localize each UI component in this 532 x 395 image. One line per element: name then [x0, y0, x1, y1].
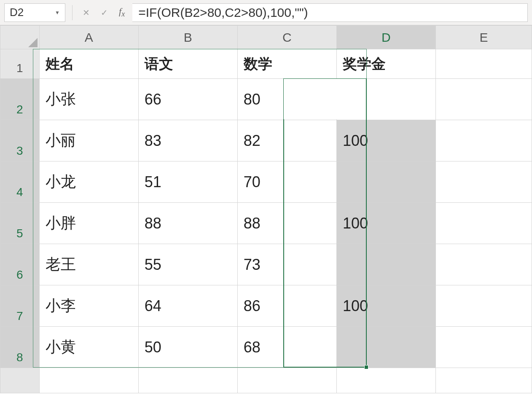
fill-handle[interactable]: [364, 365, 368, 369]
cell-B4[interactable]: 51: [138, 161, 237, 203]
cell-A8[interactable]: 小黄: [39, 327, 138, 368]
row-header-3[interactable]: 3: [0, 120, 40, 161]
row-header-8[interactable]: 8: [0, 327, 40, 368]
cell-A7[interactable]: 小李: [39, 285, 138, 327]
cell-A4[interactable]: 小龙: [39, 161, 138, 203]
name-box-value: D2: [10, 6, 24, 19]
cell-B7[interactable]: 64: [138, 285, 237, 327]
row-header-6[interactable]: 6: [0, 244, 40, 285]
row-header-9[interactable]: [0, 368, 40, 393]
col-header-C[interactable]: C: [237, 26, 336, 49]
enter-icon[interactable]: ✓: [97, 6, 111, 19]
cell-D1[interactable]: 奖学金: [336, 49, 435, 79]
cell-E1[interactable]: [435, 49, 532, 79]
divider: [72, 5, 73, 20]
select-all-corner[interactable]: [0, 26, 40, 49]
col-header-D[interactable]: D: [336, 26, 435, 49]
spreadsheet-grid[interactable]: A B C D E 1 姓名 语文 数学 奖学金 2 小张 66 80 3 小丽…: [0, 25, 532, 393]
formula-text: =IF(OR(B2>80,C2>80),100,""): [138, 5, 308, 20]
cell-B8[interactable]: 50: [138, 327, 237, 368]
cell-D6[interactable]: [336, 244, 435, 285]
cell-D7[interactable]: 100: [336, 285, 435, 327]
cell-E4[interactable]: [435, 161, 532, 203]
cell-D3[interactable]: 100: [336, 120, 435, 161]
col-header-E[interactable]: E: [435, 26, 532, 49]
row-header-1[interactable]: 1: [0, 49, 40, 79]
cell-A9[interactable]: [39, 368, 138, 393]
row-header-4[interactable]: 4: [0, 161, 40, 203]
cell-C4[interactable]: 70: [237, 161, 336, 203]
cell-E6[interactable]: [435, 244, 532, 285]
row-header-5[interactable]: 5: [0, 203, 40, 244]
col-header-A[interactable]: A: [39, 26, 138, 49]
cell-C2[interactable]: 80: [237, 79, 336, 120]
cell-A2[interactable]: 小张: [39, 79, 138, 120]
cell-A3[interactable]: 小丽: [39, 120, 138, 161]
cell-D2[interactable]: [336, 79, 435, 120]
name-box-dropdown-icon[interactable]: ▼: [55, 10, 60, 16]
cell-A5[interactable]: 小胖: [39, 203, 138, 244]
cell-B2[interactable]: 66: [138, 79, 237, 120]
cell-A1[interactable]: 姓名: [39, 49, 138, 79]
cell-B6[interactable]: 55: [138, 244, 237, 285]
cell-E3[interactable]: [435, 120, 532, 161]
formula-input[interactable]: =IF(OR(B2>80,C2>80),100,""): [132, 3, 528, 22]
cancel-icon[interactable]: ✕: [79, 6, 93, 19]
cell-C1[interactable]: 数学: [237, 49, 336, 79]
cell-C9[interactable]: [237, 368, 336, 393]
cell-B9[interactable]: [138, 368, 237, 393]
cell-C8[interactable]: 68: [237, 327, 336, 368]
cell-B3[interactable]: 83: [138, 120, 237, 161]
formula-bar: D2 ▼ ✕ ✓ fx =IF(OR(B2>80,C2>80),100,""): [0, 0, 532, 25]
name-box[interactable]: D2 ▼: [4, 3, 65, 22]
row-header-7[interactable]: 7: [0, 285, 40, 327]
cell-D5[interactable]: 100: [336, 203, 435, 244]
cell-D9[interactable]: [336, 368, 435, 393]
cell-E9[interactable]: [435, 368, 532, 393]
cell-E5[interactable]: [435, 203, 532, 244]
cell-E2[interactable]: [435, 79, 532, 120]
cell-C7[interactable]: 86: [237, 285, 336, 327]
cell-E8[interactable]: [435, 327, 532, 368]
cell-A6[interactable]: 老王: [39, 244, 138, 285]
col-header-B[interactable]: B: [138, 26, 237, 49]
row-header-2[interactable]: 2: [0, 79, 40, 120]
cell-C3[interactable]: 82: [237, 120, 336, 161]
cell-C5[interactable]: 88: [237, 203, 336, 244]
cell-D8[interactable]: [336, 327, 435, 368]
cell-D4[interactable]: [336, 161, 435, 203]
cell-C6[interactable]: 73: [237, 244, 336, 285]
cell-B5[interactable]: 88: [138, 203, 237, 244]
cell-B1[interactable]: 语文: [138, 49, 237, 79]
cell-E7[interactable]: [435, 285, 532, 327]
fx-icon[interactable]: fx: [116, 6, 128, 19]
